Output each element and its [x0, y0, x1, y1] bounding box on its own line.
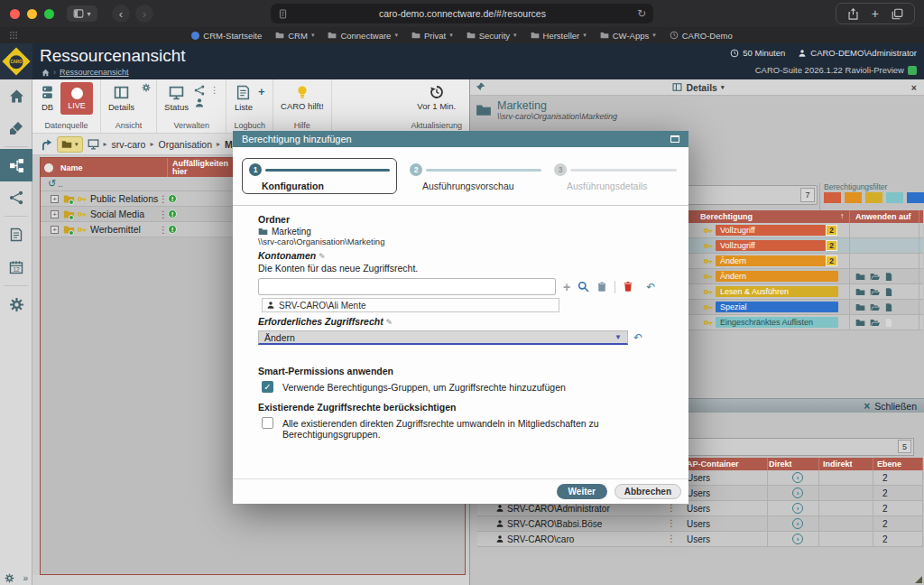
close-window-button[interactable]: [10, 9, 20, 19]
sidebar-item-cleanup[interactable]: [0, 112, 32, 144]
row-menu-icon[interactable]: ⋮: [159, 225, 168, 235]
add-log-button[interactable]: +: [258, 82, 265, 98]
sidebar-toggle-button[interactable]: ▾: [67, 5, 97, 22]
bookmark-caro-demo[interactable]: CARO-Demo: [670, 31, 733, 41]
status-ok-icon[interactable]: !: [168, 209, 177, 218]
direct-link-icon[interactable]: ›: [792, 472, 803, 483]
bookmark-connectware[interactable]: Connectware▾: [328, 31, 398, 41]
step-ausfuehrungsvorschau[interactable]: 2 Ausführungsvorschau: [410, 163, 545, 191]
liste-button[interactable]: Liste: [235, 82, 253, 112]
direct-link-icon[interactable]: ›: [792, 534, 803, 544]
column-direkt[interactable]: Direkt: [769, 460, 792, 469]
sidebar-item-share[interactable]: [0, 181, 32, 214]
bookmark-privat[interactable]: Privat▾: [411, 31, 453, 41]
db-button[interactable]: DB: [40, 82, 55, 112]
sort-asc-icon[interactable]: ↑: [840, 211, 845, 220]
status-ok-icon[interactable]: !: [168, 194, 177, 203]
dialog-titlebar[interactable]: Berechtigung hinzufügen: [233, 131, 688, 147]
existing-rights-checkbox[interactable]: [262, 417, 273, 429]
filter-swatch[interactable]: [886, 192, 903, 203]
row-menu-icon[interactable]: ⋮: [667, 518, 676, 528]
step-ausfuehrungsdetails[interactable]: 3 Ausführungsdetails: [554, 163, 680, 191]
column-berechtigung[interactable]: Berechtigung: [700, 212, 753, 221]
folder-dropdown-button[interactable]: ▾: [57, 136, 83, 153]
back-button[interactable]: ‹: [112, 5, 130, 23]
expand-icon[interactable]: +: [51, 210, 59, 218]
path-segment-server[interactable]: srv-caro: [112, 139, 146, 150]
close-panel-icon[interactable]: ×: [911, 82, 917, 93]
direct-link-icon[interactable]: ›: [792, 503, 803, 514]
address-bar[interactable]: caro-demo.connectware.de/#/resources ↻: [271, 4, 653, 23]
breadcrumb-item[interactable]: Ressourcenansicht: [60, 68, 129, 77]
status-ok-icon[interactable]: !: [168, 225, 177, 234]
gear-icon[interactable]: [142, 83, 151, 92]
expand-icon[interactable]: +: [51, 226, 59, 234]
bookmarks-grid-icon[interactable]: [9, 31, 18, 40]
column-indirekt[interactable]: Indirekt: [823, 460, 853, 469]
maximize-icon[interactable]: [670, 135, 679, 143]
bookmark-security[interactable]: Security▾: [467, 31, 517, 41]
bookmark-crm-startseite[interactable]: CRM-Startseite: [191, 31, 262, 41]
sidebar-item-settings[interactable]: [0, 288, 32, 320]
refresh-button[interactable]: Vor 1 Min.: [417, 82, 456, 111]
details-button[interactable]: Details: [108, 82, 134, 112]
minimize-window-button[interactable]: [27, 9, 37, 19]
new-tab-icon[interactable]: +: [872, 6, 879, 21]
current-user[interactable]: CARO-DEMO\Administrator: [798, 48, 917, 58]
sidebar-item-home[interactable]: [0, 79, 32, 112]
home-icon[interactable]: [42, 69, 50, 77]
row-menu-icon[interactable]: ⋮: [667, 503, 676, 513]
forward-button[interactable]: ›: [135, 5, 153, 23]
weiter-button[interactable]: Weiter: [557, 484, 607, 499]
add-icon[interactable]: +: [563, 280, 570, 294]
gear-icon[interactable]: [5, 573, 14, 583]
more-options[interactable]: ⋮: [210, 82, 219, 95]
account-entry[interactable]: SRV-CARO\Ali Mente: [262, 298, 559, 312]
column-name[interactable]: Name: [60, 163, 83, 172]
user-admin-buttons[interactable]: [194, 82, 205, 108]
share-icon[interactable]: [847, 8, 859, 20]
access-right-select[interactable]: Ändern ▼: [258, 330, 628, 345]
paste-icon[interactable]: [596, 281, 607, 292]
up-level-icon[interactable]: [40, 138, 52, 151]
sidebar-item-calendar[interactable]: [0, 251, 32, 283]
column-divider[interactable]: [167, 158, 168, 177]
direct-link-icon[interactable]: ›: [792, 518, 803, 529]
step-konfiguration[interactable]: 1 Konfiguration: [249, 163, 393, 191]
sidebar-item-resources[interactable]: [0, 149, 32, 181]
undo-icon[interactable]: ↶: [646, 281, 655, 293]
row-menu-icon[interactable]: ⋮: [159, 209, 168, 219]
zoom-window-button[interactable]: [44, 9, 54, 19]
expand-icon[interactable]: »: [23, 573, 29, 583]
column-anwenden-auf[interactable]: Anwenden auf: [855, 212, 911, 221]
undo-icon[interactable]: ↶: [633, 331, 642, 344]
smart-permissions-checkbox[interactable]: ✓: [262, 381, 273, 393]
path-segment-organisation[interactable]: Organisation: [158, 139, 212, 150]
status-button[interactable]: Status: [164, 82, 189, 112]
search-icon[interactable]: [578, 281, 589, 292]
account-input[interactable]: [258, 278, 556, 295]
tab-overview-icon[interactable]: [892, 8, 903, 20]
row-menu-icon[interactable]: ⋮: [667, 534, 676, 543]
caro-hilft-button[interactable]: CARO hilft!: [281, 82, 324, 111]
member-row[interactable]: SRV-CARO\caro ⋮ Users › 2: [477, 532, 923, 547]
row-menu-icon[interactable]: ⋮: [159, 194, 168, 204]
filter-swatch[interactable]: [824, 192, 841, 203]
filter-swatch[interactable]: [907, 192, 924, 203]
filter-swatch[interactable]: [845, 192, 862, 203]
column-auffaelligkeiten[interactable]: Auffälligkeiten hier: [172, 160, 230, 176]
expand-icon[interactable]: +: [51, 195, 59, 203]
member-row[interactable]: SRV-CARO\Babsi.Böse ⋮ Users › 2: [477, 516, 923, 532]
resize-handle[interactable]: [915, 576, 922, 583]
direct-link-icon[interactable]: ›: [792, 488, 803, 498]
bookmark-hersteller[interactable]: Hersteller▾: [531, 31, 587, 41]
details-title[interactable]: Details ▾: [485, 82, 911, 93]
pin-icon[interactable]: [476, 82, 485, 92]
column-ap-container[interactable]: AP-Container: [687, 460, 739, 469]
reload-icon[interactable]: ↻: [637, 7, 646, 20]
bookmark-cw-apps[interactable]: CW-Apps▾: [600, 31, 656, 41]
abbrechen-button[interactable]: Abbrechen: [614, 484, 681, 499]
column-ebene[interactable]: Ebene: [877, 460, 901, 469]
filter-swatch[interactable]: [865, 192, 882, 203]
delete-icon[interactable]: [623, 281, 633, 292]
